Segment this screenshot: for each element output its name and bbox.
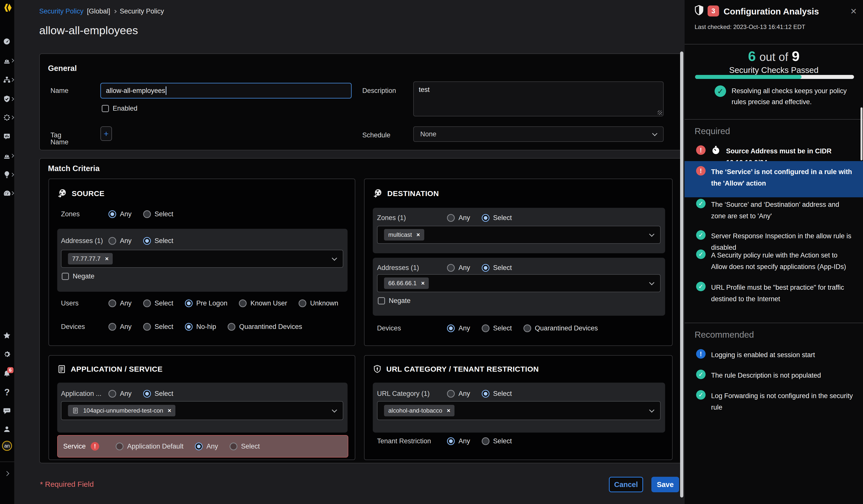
destination-zones-combobox[interactable]: multicast × xyxy=(377,226,661,244)
sidebar-item-settings[interactable] xyxy=(0,350,14,358)
users-any-radio[interactable]: Any xyxy=(109,300,132,307)
required-heading: Required xyxy=(695,126,730,136)
source-addresses-row: Addresses (1) Any Select xyxy=(61,235,173,246)
negate-checkbox[interactable] xyxy=(378,297,385,304)
devices-nohip-radio[interactable]: No-hip xyxy=(185,323,216,331)
dest-devices-select-radio[interactable]: Select xyxy=(482,325,512,332)
dest-devices-quarantined-radio[interactable]: Quarantined Devices xyxy=(523,325,598,332)
url-select-radio[interactable]: Select xyxy=(482,390,512,398)
users-select-radio[interactable]: Select xyxy=(143,300,173,307)
recommended-item[interactable]: ✓ Log Forwarding is not configured in th… xyxy=(696,390,854,413)
name-input[interactable]: allow-all-employees xyxy=(100,83,352,98)
sidebar-item-processing[interactable] xyxy=(0,113,14,122)
chip-remove-icon[interactable]: × xyxy=(168,407,171,414)
save-button[interactable]: Save xyxy=(651,477,679,492)
radio-icon xyxy=(482,437,489,445)
brand-logo[interactable] xyxy=(0,2,14,13)
chip-remove-icon[interactable]: × xyxy=(416,232,420,238)
shield-badge-icon xyxy=(694,4,704,16)
source-addresses-combobox[interactable]: 77.77.77.7 × xyxy=(61,250,343,268)
sidebar-item-chat[interactable] xyxy=(0,406,14,415)
sidebar-expand-button[interactable] xyxy=(0,469,14,478)
chevron-down-icon xyxy=(649,407,654,412)
dest-addresses-select-radio[interactable]: Select xyxy=(482,264,512,272)
sidebar-item-notifications[interactable]: 6 xyxy=(0,369,14,378)
devices-any-radio[interactable]: Any xyxy=(109,323,132,331)
recommended-item[interactable]: ! Logging is enabled at session start xyxy=(696,349,854,361)
sidebar-item-profile[interactable] xyxy=(0,425,14,433)
dest-addresses-any-radio[interactable]: Any xyxy=(447,264,470,272)
service-appdefault-radio[interactable]: Application Default xyxy=(116,443,184,450)
destination-addresses-group: Addresses (1) Any Select 66.66.66.1 × Ne xyxy=(373,258,665,316)
check-circle-icon: ✓ xyxy=(696,282,705,291)
source-addresses-any-radio[interactable]: Any xyxy=(109,237,132,245)
schedule-select[interactable]: None xyxy=(413,126,664,142)
close-icon[interactable]: × xyxy=(851,6,857,16)
service-select-radio[interactable]: Select xyxy=(229,443,260,450)
url-category-row: URL Category (1) Any Select xyxy=(377,388,512,399)
required-item-content: ! The ‘Service’ is not configured in a r… xyxy=(696,166,854,189)
dest-zones-any-radio[interactable]: Any xyxy=(447,214,470,222)
recommended-item[interactable]: ✓ The rule Description is not populated xyxy=(696,370,854,381)
negate-checkbox[interactable] xyxy=(62,273,69,280)
required-item[interactable]: ✓ URL Profile must be "best practice" fo… xyxy=(696,282,854,305)
url-category-combobox[interactable]: alcohol-and-tobacco × xyxy=(377,401,661,420)
application-any-radio[interactable]: Any xyxy=(109,390,132,398)
radio-label: Any xyxy=(459,390,470,398)
radio-label: Pre Logon xyxy=(196,300,228,307)
tenant-select-radio[interactable]: Select xyxy=(482,437,512,445)
match-criteria-card: Match Criteria SOURCE Zones Any Select A… xyxy=(39,158,683,463)
destination-addresses-combobox[interactable]: 66.66.66.1 × xyxy=(377,274,661,292)
application-select-radio[interactable]: Select xyxy=(143,390,173,398)
app-window: 6 ? an Security Policy [Global] Security… xyxy=(0,0,863,504)
application-combobox[interactable]: 104apci-unnumbered-test-con × xyxy=(61,401,343,420)
source-zones-any-radio[interactable]: Any xyxy=(109,210,132,218)
service-any-radio[interactable]: Any xyxy=(195,443,218,450)
users-prelogon-radio[interactable]: Pre Logon xyxy=(185,300,228,307)
radio-icon xyxy=(482,214,489,222)
url-any-radio[interactable]: Any xyxy=(447,390,470,398)
sidebar-item-workflows[interactable] xyxy=(0,75,14,84)
required-item-text: A Security policy rule with the Action s… xyxy=(711,250,854,273)
add-tag-button[interactable]: + xyxy=(100,126,112,141)
source-addresses-select-radio[interactable]: Select xyxy=(143,237,173,245)
sidebar-item-security[interactable] xyxy=(0,94,14,103)
panel-scrollbar[interactable] xyxy=(861,108,863,160)
match-criteria-heading: Match Criteria xyxy=(48,164,100,173)
cancel-button[interactable]: Cancel xyxy=(609,477,643,492)
avatar-initials: an xyxy=(4,443,10,449)
chip-remove-icon[interactable]: × xyxy=(447,407,450,414)
person-icon xyxy=(3,425,11,433)
sidebar-item-incidents[interactable] xyxy=(0,56,14,65)
user-avatar[interactable]: an xyxy=(0,440,14,452)
enabled-checkbox[interactable] xyxy=(102,105,109,112)
sidebar-item-help[interactable]: ? xyxy=(0,388,14,397)
required-item[interactable]: ✓ A Security policy rule with the Action… xyxy=(696,250,854,273)
required-item[interactable]: ✓ The ‘Source’ and ‘Destination’ address… xyxy=(696,199,854,222)
sidebar-item-reports[interactable] xyxy=(0,132,14,141)
notification-badge: 6 xyxy=(7,367,13,373)
users-unknown-radio[interactable]: Unknown xyxy=(299,300,338,307)
main-scrollbar[interactable] xyxy=(680,51,683,497)
users-knownuser-radio[interactable]: Known User xyxy=(239,300,287,307)
description-textarea[interactable]: test xyxy=(413,81,664,116)
devices-select-radio[interactable]: Select xyxy=(143,323,173,331)
chip-remove-icon[interactable]: × xyxy=(421,280,425,286)
radio-icon xyxy=(195,443,203,450)
devices-quarantined-radio[interactable]: Quarantined Devices xyxy=(228,323,302,331)
source-zones-select-radio[interactable]: Select xyxy=(143,210,173,218)
divider xyxy=(685,44,863,45)
sidebar-item-monitor[interactable] xyxy=(0,189,14,198)
dest-devices-any-radio[interactable]: Any xyxy=(447,325,470,332)
sidebar-item-dashboard[interactable] xyxy=(0,37,14,46)
breadcrumb-link[interactable]: Security Policy xyxy=(39,8,84,15)
sidebar-item-insights[interactable] xyxy=(0,170,14,179)
sidebar-item-alerts[interactable] xyxy=(0,151,14,160)
chip-remove-icon[interactable]: × xyxy=(105,256,109,262)
tip-text: Resolving all checks keeps your policy r… xyxy=(731,85,856,108)
sidebar-item-favorites[interactable] xyxy=(0,331,14,340)
required-item-highlighted[interactable]: ! The ‘Service’ is not configured in a r… xyxy=(685,161,863,197)
resize-handle-icon[interactable] xyxy=(658,110,662,115)
dest-zones-select-radio[interactable]: Select xyxy=(482,214,512,222)
tenant-any-radio[interactable]: Any xyxy=(447,437,470,445)
